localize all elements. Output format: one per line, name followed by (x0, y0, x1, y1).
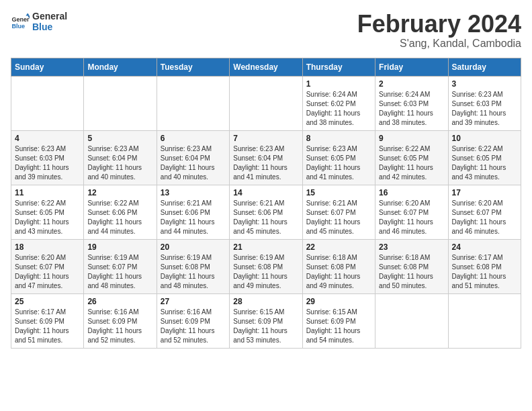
calendar-cell (157, 76, 229, 130)
day-info: Sunrise: 6:21 AM Sunset: 6:07 PM Dayligh… (306, 199, 371, 236)
page-header: General Blue General Blue February 2024 … (11, 11, 521, 50)
day-info: Sunrise: 6:19 AM Sunset: 6:08 PM Dayligh… (161, 253, 226, 291)
day-number: 20 (161, 242, 226, 252)
day-info: Sunrise: 6:20 AM Sunset: 6:07 PM Dayligh… (452, 199, 517, 236)
day-number: 7 (233, 134, 298, 143)
day-number: 18 (15, 242, 80, 252)
day-number: 24 (452, 242, 517, 252)
header-saturday: Saturday (448, 58, 521, 76)
calendar-cell: 12Sunrise: 6:22 AM Sunset: 6:06 PM Dayli… (84, 185, 157, 239)
day-number: 25 (15, 297, 80, 306)
title-section: February 2024 S'ang, Kandal, Cambodia (357, 11, 521, 50)
day-info: Sunrise: 6:23 AM Sunset: 6:03 PM Dayligh… (452, 90, 517, 128)
svg-text:General: General (11, 16, 30, 23)
day-number: 17 (452, 188, 517, 197)
day-number: 16 (379, 188, 444, 197)
day-number: 3 (452, 79, 517, 89)
header-monday: Monday (84, 58, 157, 76)
header-tuesday: Tuesday (157, 58, 229, 76)
day-number: 8 (306, 134, 371, 143)
calendar-cell: 1Sunrise: 6:24 AM Sunset: 6:02 PM Daylig… (302, 76, 375, 130)
day-number: 4 (15, 134, 80, 143)
day-number: 10 (452, 134, 517, 143)
day-number: 14 (233, 188, 298, 197)
calendar-week-1: 1Sunrise: 6:24 AM Sunset: 6:02 PM Daylig… (11, 76, 521, 130)
calendar-cell: 4Sunrise: 6:23 AM Sunset: 6:03 PM Daylig… (11, 130, 84, 185)
day-info: Sunrise: 6:20 AM Sunset: 6:07 PM Dayligh… (379, 199, 444, 236)
day-number: 11 (15, 188, 80, 197)
day-number: 26 (87, 297, 152, 306)
svg-text:Blue: Blue (11, 23, 25, 30)
calendar-cell (84, 76, 157, 130)
calendar-cell: 16Sunrise: 6:20 AM Sunset: 6:07 PM Dayli… (375, 185, 448, 239)
day-number: 15 (306, 188, 371, 197)
calendar-cell: 2Sunrise: 6:24 AM Sunset: 6:03 PM Daylig… (375, 76, 448, 130)
day-info: Sunrise: 6:23 AM Sunset: 6:04 PM Dayligh… (233, 144, 298, 182)
day-info: Sunrise: 6:23 AM Sunset: 6:04 PM Dayligh… (87, 144, 152, 182)
calendar-cell: 17Sunrise: 6:20 AM Sunset: 6:07 PM Dayli… (448, 185, 521, 239)
logo-icon: General Blue (11, 12, 30, 31)
day-info: Sunrise: 6:16 AM Sunset: 6:09 PM Dayligh… (161, 308, 226, 345)
header-thursday: Thursday (302, 58, 375, 76)
day-number: 27 (161, 297, 226, 306)
day-info: Sunrise: 6:23 AM Sunset: 6:05 PM Dayligh… (306, 144, 371, 182)
calendar-cell: 22Sunrise: 6:18 AM Sunset: 6:08 PM Dayli… (302, 239, 375, 293)
calendar-cell: 20Sunrise: 6:19 AM Sunset: 6:08 PM Dayli… (157, 239, 229, 293)
calendar-cell (11, 76, 84, 130)
header-sunday: Sunday (11, 58, 84, 76)
calendar-cell: 21Sunrise: 6:19 AM Sunset: 6:08 PM Dayli… (230, 239, 302, 293)
day-info: Sunrise: 6:18 AM Sunset: 6:08 PM Dayligh… (379, 253, 444, 291)
day-number: 6 (161, 134, 226, 143)
logo: General Blue General Blue (11, 11, 67, 32)
day-info: Sunrise: 6:23 AM Sunset: 6:03 PM Dayligh… (15, 144, 80, 182)
calendar-cell (230, 76, 302, 130)
calendar-cell (375, 293, 448, 348)
calendar-cell: 7Sunrise: 6:23 AM Sunset: 6:04 PM Daylig… (230, 130, 302, 185)
day-info: Sunrise: 6:17 AM Sunset: 6:08 PM Dayligh… (452, 253, 517, 291)
calendar-week-4: 18Sunrise: 6:20 AM Sunset: 6:07 PM Dayli… (11, 239, 521, 293)
day-info: Sunrise: 6:16 AM Sunset: 6:09 PM Dayligh… (87, 308, 152, 345)
calendar-body: 1Sunrise: 6:24 AM Sunset: 6:02 PM Daylig… (11, 76, 521, 348)
day-number: 28 (233, 297, 298, 306)
calendar-week-3: 11Sunrise: 6:22 AM Sunset: 6:05 PM Dayli… (11, 185, 521, 239)
logo-blue: Blue (32, 21, 67, 32)
calendar-cell: 5Sunrise: 6:23 AM Sunset: 6:04 PM Daylig… (84, 130, 157, 185)
calendar-cell: 18Sunrise: 6:20 AM Sunset: 6:07 PM Dayli… (11, 239, 84, 293)
calendar-cell: 19Sunrise: 6:19 AM Sunset: 6:07 PM Dayli… (84, 239, 157, 293)
calendar-week-5: 25Sunrise: 6:17 AM Sunset: 6:09 PM Dayli… (11, 293, 521, 348)
day-number: 12 (87, 188, 152, 197)
calendar-cell: 8Sunrise: 6:23 AM Sunset: 6:05 PM Daylig… (302, 130, 375, 185)
header-wednesday: Wednesday (230, 58, 302, 76)
calendar-cell: 23Sunrise: 6:18 AM Sunset: 6:08 PM Dayli… (375, 239, 448, 293)
page-title: February 2024 (357, 11, 521, 38)
day-info: Sunrise: 6:22 AM Sunset: 6:05 PM Dayligh… (15, 199, 80, 236)
calendar-cell: 24Sunrise: 6:17 AM Sunset: 6:08 PM Dayli… (448, 239, 521, 293)
calendar-cell: 15Sunrise: 6:21 AM Sunset: 6:07 PM Dayli… (302, 185, 375, 239)
day-info: Sunrise: 6:21 AM Sunset: 6:06 PM Dayligh… (233, 199, 298, 236)
calendar-cell: 25Sunrise: 6:17 AM Sunset: 6:09 PM Dayli… (11, 293, 84, 348)
calendar-cell: 10Sunrise: 6:22 AM Sunset: 6:05 PM Dayli… (448, 130, 521, 185)
day-info: Sunrise: 6:24 AM Sunset: 6:03 PM Dayligh… (379, 90, 444, 128)
calendar-week-2: 4Sunrise: 6:23 AM Sunset: 6:03 PM Daylig… (11, 130, 521, 185)
calendar-cell (448, 293, 521, 348)
day-info: Sunrise: 6:22 AM Sunset: 6:05 PM Dayligh… (379, 144, 444, 182)
calendar-cell: 6Sunrise: 6:23 AM Sunset: 6:04 PM Daylig… (157, 130, 229, 185)
calendar-header: SundayMondayTuesdayWednesdayThursdayFrid… (11, 58, 521, 76)
day-number: 1 (306, 79, 371, 89)
day-number: 23 (379, 242, 444, 252)
calendar-cell: 3Sunrise: 6:23 AM Sunset: 6:03 PM Daylig… (448, 76, 521, 130)
page-subtitle: S'ang, Kandal, Cambodia (357, 38, 521, 50)
calendar-cell: 27Sunrise: 6:16 AM Sunset: 6:09 PM Dayli… (157, 293, 229, 348)
day-info: Sunrise: 6:15 AM Sunset: 6:09 PM Dayligh… (306, 308, 371, 345)
day-info: Sunrise: 6:19 AM Sunset: 6:07 PM Dayligh… (87, 253, 152, 291)
header-row: SundayMondayTuesdayWednesdayThursdayFrid… (11, 58, 521, 76)
day-info: Sunrise: 6:15 AM Sunset: 6:09 PM Dayligh… (233, 308, 298, 345)
day-number: 21 (233, 242, 298, 252)
day-number: 9 (379, 134, 444, 143)
day-info: Sunrise: 6:18 AM Sunset: 6:08 PM Dayligh… (306, 253, 371, 291)
logo-general: General (32, 11, 67, 21)
calendar-cell: 13Sunrise: 6:21 AM Sunset: 6:06 PM Dayli… (157, 185, 229, 239)
day-info: Sunrise: 6:20 AM Sunset: 6:07 PM Dayligh… (15, 253, 80, 291)
header-friday: Friday (375, 58, 448, 76)
svg-marker-2 (26, 13, 30, 15)
